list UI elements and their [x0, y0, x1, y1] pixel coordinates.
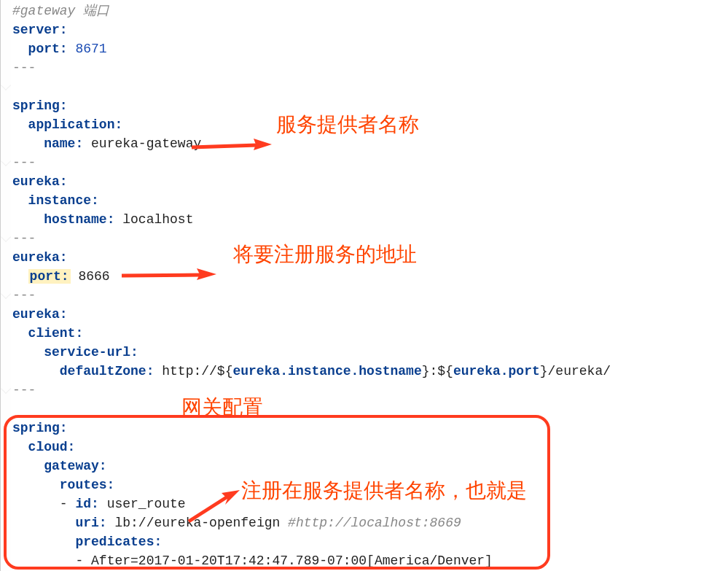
code-line: eureka: — [12, 305, 728, 324]
code-line: - After=2017-01-20T17:42:47.789-07:00[Am… — [12, 551, 728, 570]
code-line: port: 8671 — [12, 39, 728, 58]
annotation-service-provider: 服务提供者名称 — [276, 115, 419, 134]
code-line: uri: lb://eureka-openfeign #http://local… — [12, 513, 728, 532]
code-line: server: — [12, 20, 728, 39]
code-line: client: — [12, 324, 728, 343]
code-line: cloud: — [12, 438, 728, 457]
code-line: #gateway 端口 — [12, 1, 728, 20]
code-line: spring: — [12, 419, 728, 438]
code-line: eureka: — [12, 172, 728, 191]
code-line: hostname: localhost — [12, 210, 728, 229]
code-line: --- — [12, 58, 728, 77]
code-line: instance: — [12, 191, 728, 210]
annotation-register-address: 将要注册服务的地址 — [233, 245, 417, 264]
code-line: gateway: — [12, 457, 728, 475]
code-line: --- — [12, 286, 728, 305]
code-line: --- — [12, 153, 728, 172]
code-line: service-url: — [12, 343, 728, 362]
code-line: --- — [12, 381, 728, 400]
code-line: defaultZone: http://${eureka.instance.ho… — [12, 362, 728, 381]
code-line: port: 8666 — [12, 267, 728, 286]
annotation-gateway-config: 网关配置 — [181, 398, 263, 417]
code-line — [12, 77, 728, 96]
editor-gutter — [1, 0, 11, 571]
code-line: name: eureka-gateway — [12, 134, 728, 153]
annotation-registered-name: 注册在服务提供者名称，也就是 — [241, 481, 527, 500]
code-line: predicates: — [12, 532, 728, 551]
code-line — [12, 400, 728, 419]
